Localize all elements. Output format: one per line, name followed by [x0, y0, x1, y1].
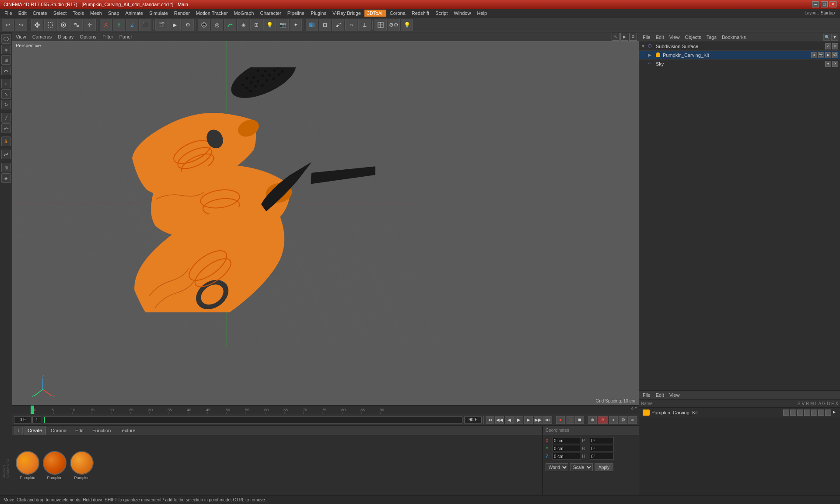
render-btn[interactable]: ▶ [168, 19, 181, 31]
obj-item-subdivision[interactable]: ▼ ⬡ Subdivision Surface ✓ ✕ [639, 42, 840, 51]
attr-menu-view[interactable]: View [668, 392, 682, 398]
menu-vray[interactable]: V-Ray Bridge [330, 10, 364, 17]
viewport[interactable]: View Cameras Display Options Filter Pane… [12, 32, 639, 405]
close-button[interactable]: ✕ [830, 1, 836, 7]
sidebar-rotate[interactable]: ↻ [1, 100, 11, 109]
light-btn[interactable]: 💡 [263, 19, 276, 31]
material-ball-3[interactable] [70, 451, 94, 475]
vp-render-btn[interactable]: ▶ [620, 33, 628, 41]
menu-select[interactable]: Select [51, 10, 70, 17]
attr-badge-5[interactable] [811, 410, 817, 416]
sidebar-mesh-check[interactable]: ◈ [1, 173, 11, 183]
coord-x-input[interactable] [553, 437, 581, 444]
obj-menu-edit[interactable]: Edit [654, 35, 666, 40]
material-ball-1[interactable] [16, 451, 39, 475]
coord-h-input[interactable] [590, 453, 614, 460]
next-frame-btn[interactable]: ▶ [524, 416, 533, 424]
coord-b-input[interactable] [590, 445, 614, 452]
sidebar-mode-uv[interactable]: ⊞ [1, 55, 11, 65]
obj-item-pumpkin-kit[interactable]: ▶ Pumpkin_Carving_Kit ● 📷 ▶ 🏷 [639, 51, 840, 60]
coord-world-dropdown[interactable]: World [546, 463, 568, 471]
mat-tab-function[interactable]: Function [88, 427, 115, 434]
viewport-settings-btn[interactable]: ⚙⚙ [388, 19, 400, 31]
mograph-btn[interactable]: ⊞ [250, 19, 262, 31]
deformer-btn[interactable]: ◈ [237, 19, 249, 31]
go-to-end-btn[interactable]: ⏭ [543, 416, 552, 424]
end-frame-input[interactable] [464, 416, 482, 424]
vp-menu-filter[interactable]: Filter [101, 34, 115, 39]
obj-badge-camera-2[interactable]: 📷 [818, 52, 824, 58]
coord-apply-button[interactable]: Apply [595, 463, 613, 471]
attr-badge-2[interactable] [790, 410, 796, 416]
sidebar-mode-object[interactable] [1, 34, 11, 44]
menu-help[interactable]: Help [474, 10, 490, 17]
texture-btn[interactable]: 🖌 [332, 19, 344, 31]
object-x-btn[interactable]: X [100, 19, 112, 31]
record-stop-btn[interactable]: ⏹ [575, 416, 584, 424]
obj-badge-dot-3[interactable]: ● [825, 61, 831, 67]
attr-menu-edit[interactable]: Edit [654, 392, 666, 398]
coord-y-input[interactable] [553, 445, 581, 452]
record-btn[interactable]: ● [556, 416, 565, 424]
vp-menu-view[interactable]: View [14, 34, 28, 39]
render-settings-btn[interactable]: ⚙ [182, 19, 194, 31]
object-y-btn[interactable]: Y [113, 19, 125, 31]
hdr-btn[interactable]: 💡 [401, 19, 413, 31]
prev-frame-btn[interactable]: ◀ [505, 416, 514, 424]
menu-animate[interactable]: Animate [123, 10, 146, 17]
object-z-btn[interactable]: Z [126, 19, 138, 31]
select-btn[interactable] [44, 19, 56, 31]
vp-menu-panel[interactable]: Panel [118, 34, 133, 39]
material-item-3[interactable]: Pumpkin [70, 451, 94, 480]
menu-plugins[interactable]: Plugins [308, 10, 329, 17]
attr-badge-3[interactable] [797, 410, 803, 416]
attr-badge-7[interactable] [825, 410, 831, 416]
obj-menu-tags[interactable]: Tags [705, 35, 718, 40]
obj-item-sky[interactable]: ○ Sky ● ✕ [639, 60, 840, 68]
array-btn[interactable]: ⊡ [319, 19, 331, 31]
obj-menu-file[interactable]: File [641, 35, 652, 40]
nurbs-btn[interactable]: ◎ [211, 19, 223, 31]
go-to-start-btn[interactable]: ⏮ [486, 416, 494, 424]
mat-tab-corona[interactable]: Corona [47, 427, 70, 434]
spline-btn[interactable] [224, 19, 236, 31]
dope-sheet-btn[interactable]: ≡ [628, 416, 637, 424]
vp-maximize-btn[interactable]: ⤡ [612, 33, 620, 41]
coord-p-input[interactable] [590, 437, 614, 444]
fps-input[interactable] [32, 416, 41, 424]
obj-badge-tag-2[interactable]: 🏷 [832, 52, 838, 58]
obj-menu-bookmarks[interactable]: Bookmarks [720, 35, 748, 40]
mat-tab-create[interactable]: Create [24, 427, 46, 434]
obj-search-icon[interactable]: 🔍 [823, 34, 830, 41]
menu-render[interactable]: Render [172, 10, 192, 17]
camera-btn[interactable]: 📷 [276, 19, 289, 31]
sidebar-scale[interactable]: ⤡ [1, 89, 11, 99]
menu-mograph[interactable]: MoGraph [231, 10, 257, 17]
menu-script[interactable]: Script [433, 10, 450, 17]
rotate-btn[interactable] [57, 19, 70, 31]
menu-edit[interactable]: Edit [16, 10, 29, 17]
attr-badge-6[interactable] [818, 410, 824, 416]
menu-tools[interactable]: Tools [70, 10, 87, 17]
undo-button[interactable]: ↩ [2, 19, 14, 31]
attr-badge-4[interactable] [804, 410, 810, 416]
vp-menu-cameras[interactable]: Cameras [31, 34, 54, 39]
menu-window[interactable]: Window [451, 10, 473, 17]
prev-keyframe-btn[interactable]: ◀◀ [495, 416, 504, 424]
menu-mesh[interactable]: Mesh [88, 10, 105, 17]
obj-badge-x-1[interactable]: ✕ [832, 43, 838, 49]
material-item-2[interactable]: Pumpkin [43, 451, 66, 480]
vp-menu-display[interactable]: Display [56, 34, 75, 39]
obj-badge-render-2[interactable]: ▶ [825, 52, 831, 58]
render-region-btn[interactable]: 🎬 [155, 19, 168, 31]
obj-filter-icon[interactable]: ▼ [831, 34, 838, 41]
menu-3dtoall[interactable]: 3DToAll [364, 10, 386, 17]
play-btn[interactable]: ▶ [514, 416, 523, 424]
material-item-1[interactable]: Pumpkin [16, 451, 39, 480]
timeline[interactable]: 0 5 10 15 20 25 30 35 40 45 50 55 60 65 … [12, 405, 639, 414]
obj-badge-x-3[interactable]: ✕ [832, 61, 838, 67]
timeline-options-btn[interactable]: ⚙ [619, 416, 627, 424]
object-mode-btn[interactable]: ⬛ [139, 19, 151, 31]
quad-view-btn[interactable] [374, 19, 387, 31]
redo-button[interactable]: ↪ [15, 19, 27, 31]
